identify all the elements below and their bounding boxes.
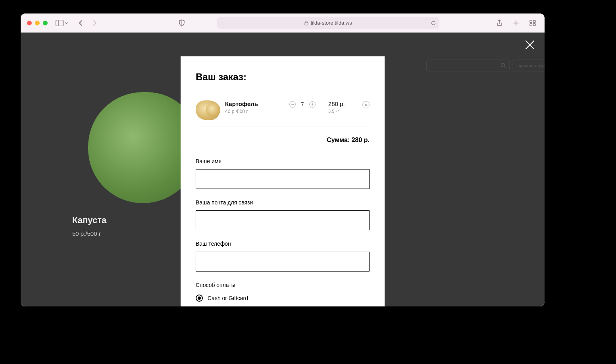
payment-option-cash[interactable]: Cash or Giftcard (196, 295, 370, 302)
payment-section-label: Способ оплаты (196, 282, 370, 288)
shield-icon[interactable] (176, 17, 187, 29)
quantity-value: 7 (300, 101, 305, 108)
browser-window: tilda-store.tilda.ws Порядок: по умолчан… (21, 13, 545, 306)
modal-title: Ваш заказ: (196, 71, 370, 83)
forward-button[interactable] (89, 17, 100, 29)
share-button[interactable] (494, 17, 505, 29)
increase-qty-button[interactable]: + (309, 101, 316, 108)
lock-icon (304, 21, 308, 25)
cart-line-item: Картофель 40 р./500 г − 7 + 280 р. 3.5 к… (196, 94, 370, 127)
remove-item-button[interactable] (362, 101, 370, 108)
svg-point-8 (501, 64, 505, 67)
name-input[interactable] (196, 169, 370, 189)
tabs-overview-button[interactable] (527, 17, 538, 29)
back-button[interactable] (75, 17, 87, 29)
radio-selected-icon (196, 295, 203, 302)
svg-rect-3 (305, 23, 308, 25)
email-label: Ваша почта для связи (196, 199, 370, 206)
item-thumbnail-potato (196, 100, 219, 120)
decrease-qty-button[interactable]: − (289, 101, 296, 108)
phone-label: Ваш телефон (196, 241, 370, 247)
url-text: tilda-store.tilda.ws (311, 20, 352, 26)
reload-button[interactable] (431, 20, 436, 26)
line-total: 280 р. (328, 100, 352, 107)
window-controls (27, 21, 48, 25)
bg-sort-dropdown: Порядок: по умолчанию ▼ (512, 60, 545, 71)
search-icon (500, 63, 506, 68)
minimize-window-button[interactable] (35, 21, 40, 25)
svg-rect-6 (530, 23, 532, 26)
close-icon (364, 103, 368, 106)
chevron-down-icon (64, 21, 68, 25)
item-info: Картофель 40 р./500 г (225, 100, 284, 114)
line-weight: 3.5 кг (328, 109, 352, 114)
page-content: Порядок: по умолчанию ▼ Капуста 50 р./50… (21, 33, 545, 306)
svg-line-9 (504, 67, 506, 68)
browser-toolbar: tilda-store.tilda.ws (21, 13, 545, 33)
close-modal-button[interactable] (525, 40, 535, 50)
modal-overlay[interactable]: Порядок: по умолчанию ▼ Капуста 50 р./50… (21, 33, 545, 306)
maximize-window-button[interactable] (43, 21, 48, 25)
svg-rect-4 (530, 20, 532, 23)
email-input[interactable] (196, 210, 370, 230)
order-modal: Ваш заказ: Картофель 40 р./500 г − 7 + 2… (181, 56, 385, 306)
name-label: Ваше имя (196, 158, 370, 164)
sort-label: Порядок: по умолчанию (516, 63, 545, 68)
close-icon (525, 40, 535, 50)
quantity-stepper: − 7 + (289, 101, 316, 108)
phone-input[interactable] (196, 252, 370, 272)
item-unit-price: 40 р./500 г (225, 109, 284, 114)
sidebar-toggle[interactable] (56, 20, 68, 26)
bg-search-box (426, 60, 510, 71)
close-window-button[interactable] (27, 21, 32, 25)
svg-rect-5 (533, 20, 535, 23)
url-bar[interactable]: tilda-store.tilda.ws (217, 17, 439, 29)
payment-option-label: Cash or Giftcard (208, 295, 248, 301)
svg-rect-7 (533, 23, 535, 26)
svg-rect-0 (56, 20, 64, 26)
order-total: Сумма: 280 р. (196, 137, 370, 144)
nav-buttons (75, 17, 100, 29)
sidebar-icon (56, 20, 64, 26)
new-tab-button[interactable] (510, 17, 522, 29)
price-column: 280 р. 3.5 кг (328, 100, 352, 114)
item-name: Картофель (225, 100, 284, 107)
toolbar-right (494, 17, 538, 29)
